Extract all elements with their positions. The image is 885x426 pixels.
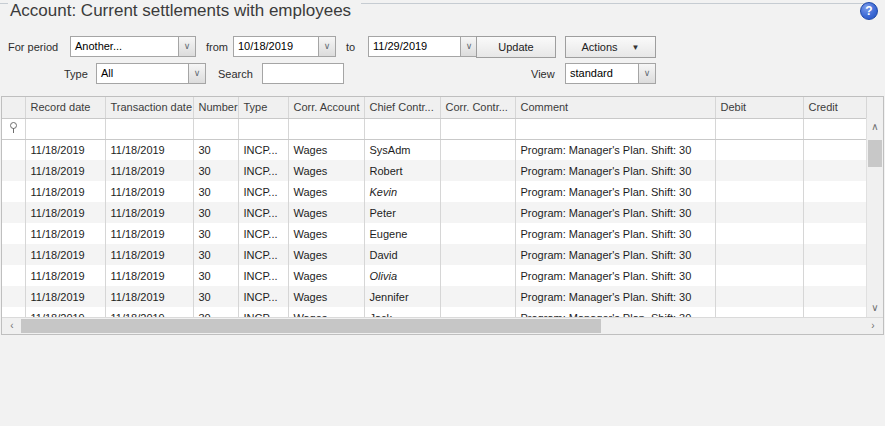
header-cell[interactable]: Debit <box>715 97 803 118</box>
cell-number[interactable]: 30 <box>193 223 238 244</box>
row-indicator-cell[interactable] <box>2 244 25 265</box>
cell-corr-account[interactable]: Wages <box>288 244 364 265</box>
cell-record-date[interactable]: 11/18/2019 <box>25 244 105 265</box>
cell-number[interactable]: 30 <box>193 202 238 223</box>
cell-transaction-date[interactable]: 11/18/2019 <box>105 244 193 265</box>
cell-chief[interactable]: Olivia <box>364 265 440 286</box>
scroll-right-icon[interactable]: › <box>865 318 881 334</box>
cell-credit[interactable] <box>803 139 866 160</box>
view-select[interactable]: standard ∨ <box>565 63 656 84</box>
cell-comment[interactable]: Program: Manager's Plan. Shift: 30 <box>515 139 715 160</box>
row-indicator-cell[interactable] <box>2 265 25 286</box>
cell-debit[interactable] <box>715 265 803 286</box>
cell-credit[interactable] <box>803 244 866 265</box>
cell-number[interactable]: 30 <box>193 265 238 286</box>
cell-type[interactable]: INCP... <box>238 244 288 265</box>
to-date-select[interactable]: 11/29/2019 ∨ <box>368 36 478 57</box>
cell-credit[interactable] <box>803 223 866 244</box>
cell-transaction-date[interactable]: 11/18/2019 <box>105 265 193 286</box>
horizontal-scrollbar[interactable]: ‹ › <box>2 317 883 334</box>
filter-cell[interactable] <box>238 118 288 139</box>
cell-record-date[interactable]: 11/18/2019 <box>25 286 105 307</box>
filter-cell[interactable] <box>803 118 866 139</box>
cell-comment[interactable]: Program: Manager's Plan. Shift: 30 <box>515 244 715 265</box>
cell-type[interactable]: INCP... <box>238 160 288 181</box>
filter-cell[interactable] <box>25 118 105 139</box>
filter-cell[interactable] <box>515 118 715 139</box>
header-cell[interactable]: Comment <box>515 97 715 118</box>
scroll-up-icon[interactable]: ∧ <box>867 118 883 135</box>
search-input[interactable] <box>262 63 344 84</box>
cell-comment[interactable]: Program: Manager's Plan. Shift: 30 <box>515 160 715 181</box>
header-cell[interactable]: Number <box>193 97 238 118</box>
cell-transaction-date[interactable]: 11/18/2019 <box>105 223 193 244</box>
cell-corr-account[interactable]: Wages <box>288 181 364 202</box>
cell-debit[interactable] <box>715 139 803 160</box>
cell-comment[interactable]: Program: Manager's Plan. Shift: 30 <box>515 202 715 223</box>
cell-corr-contr[interactable] <box>440 202 515 223</box>
chevron-down-icon[interactable]: ∨ <box>178 37 195 56</box>
scroll-down-icon[interactable]: ∨ <box>867 300 883 317</box>
row-indicator-cell[interactable] <box>2 286 25 307</box>
cell-credit[interactable] <box>803 181 866 202</box>
cell-corr-account[interactable]: Wages <box>288 202 364 223</box>
chevron-down-icon[interactable]: ∨ <box>460 37 477 56</box>
table-row[interactable]: 11/18/201911/18/201930INCP...WagesEugene… <box>2 223 883 244</box>
cell-debit[interactable] <box>715 286 803 307</box>
cell-debit[interactable] <box>715 160 803 181</box>
header-cell[interactable]: Chief Contr... <box>364 97 440 118</box>
filter-cell[interactable] <box>105 118 193 139</box>
table-row[interactable]: 11/18/201911/18/201930INCP...WagesSysAdm… <box>2 139 883 160</box>
cell-corr-account[interactable]: Wages <box>288 265 364 286</box>
chevron-down-icon[interactable]: ∨ <box>638 64 655 83</box>
cell-corr-account[interactable]: Wages <box>288 223 364 244</box>
header-cell[interactable]: Type <box>238 97 288 118</box>
actions-menu-button[interactable]: Actions ▼ <box>565 36 656 58</box>
cell-record-date[interactable]: 11/18/2019 <box>25 265 105 286</box>
horizontal-scroll-thumb[interactable] <box>21 319 601 333</box>
cell-transaction-date[interactable]: 11/18/2019 <box>105 202 193 223</box>
vertical-scrollbar[interactable]: ∧ ∨ <box>866 118 883 317</box>
cell-type[interactable]: INCP... <box>238 223 288 244</box>
table-row[interactable]: 11/18/201911/18/201930INCP...WagesDavidP… <box>2 244 883 265</box>
cell-chief[interactable]: Eugene <box>364 223 440 244</box>
cell-credit[interactable] <box>803 286 866 307</box>
cell-comment[interactable]: Program: Manager's Plan. Shift: 30 <box>515 265 715 286</box>
scroll-left-icon[interactable]: ‹ <box>4 318 20 334</box>
cell-debit[interactable] <box>715 202 803 223</box>
table-row[interactable]: 11/18/201911/18/201930INCP...WagesJennif… <box>2 286 883 307</box>
filter-cell[interactable] <box>364 118 440 139</box>
help-icon[interactable]: ? <box>860 2 878 20</box>
cell-number[interactable]: 30 <box>193 139 238 160</box>
vertical-scroll-thumb[interactable] <box>868 140 882 167</box>
header-cell[interactable]: Corr. Account <box>288 97 364 118</box>
cell-type[interactable]: INCP... <box>238 202 288 223</box>
cell-record-date[interactable]: 11/18/2019 <box>25 139 105 160</box>
cell-corr-contr[interactable] <box>440 139 515 160</box>
cell-corr-contr[interactable] <box>440 223 515 244</box>
cell-transaction-date[interactable]: 11/18/2019 <box>105 286 193 307</box>
table-row[interactable]: 11/18/201911/18/201930INCP...WagesKevinP… <box>2 181 883 202</box>
cell-chief[interactable]: Robert <box>364 160 440 181</box>
cell-number[interactable]: 30 <box>193 181 238 202</box>
from-date-select[interactable]: 10/18/2019 ∨ <box>233 36 336 57</box>
cell-corr-contr[interactable] <box>440 265 515 286</box>
cell-transaction-date[interactable]: 11/18/2019 <box>105 139 193 160</box>
cell-transaction-date[interactable]: 11/18/2019 <box>105 181 193 202</box>
cell-record-date[interactable]: 11/18/2019 <box>25 223 105 244</box>
cell-number[interactable]: 30 <box>193 160 238 181</box>
cell-corr-contr[interactable] <box>440 286 515 307</box>
cell-chief[interactable]: Jennifer <box>364 286 440 307</box>
chevron-down-icon[interactable]: ∨ <box>188 64 205 83</box>
row-indicator-cell[interactable] <box>2 139 25 160</box>
cell-chief[interactable]: SysAdm <box>364 139 440 160</box>
cell-corr-contr[interactable] <box>440 160 515 181</box>
cell-comment[interactable]: Program: Manager's Plan. Shift: 30 <box>515 286 715 307</box>
filter-cell[interactable] <box>288 118 364 139</box>
cell-type[interactable]: INCP... <box>238 286 288 307</box>
cell-chief[interactable]: David <box>364 244 440 265</box>
period-select[interactable]: Another... ∨ <box>70 36 196 57</box>
header-cell[interactable]: Record date <box>25 97 105 118</box>
cell-type[interactable]: INCP... <box>238 139 288 160</box>
update-button[interactable]: Update <box>476 36 556 58</box>
